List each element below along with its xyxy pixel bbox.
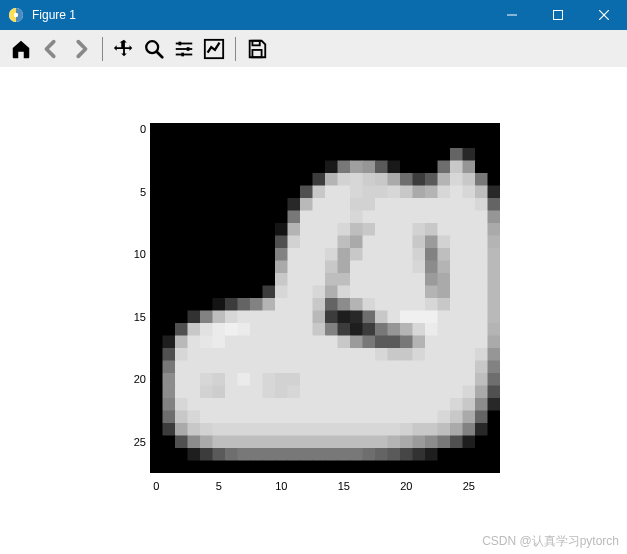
svg-point-1 bbox=[14, 13, 18, 17]
y-axis-ticks: 0510152025 bbox=[118, 118, 146, 478]
y-tick-label: 20 bbox=[134, 373, 146, 385]
chart-line-icon bbox=[203, 38, 225, 60]
y-tick-label: 10 bbox=[134, 248, 146, 260]
minimize-button[interactable] bbox=[489, 0, 535, 30]
x-tick-label: 5 bbox=[216, 480, 222, 492]
forward-button[interactable] bbox=[66, 34, 96, 64]
move-icon bbox=[113, 38, 135, 60]
configure-button[interactable] bbox=[169, 34, 199, 64]
zoom-button[interactable] bbox=[139, 34, 169, 64]
window-title: Figure 1 bbox=[32, 8, 489, 22]
pan-button[interactable] bbox=[109, 34, 139, 64]
watermark: CSDN @认真学习pytorch bbox=[482, 533, 619, 550]
separator bbox=[235, 37, 236, 61]
svg-rect-16 bbox=[252, 49, 261, 56]
svg-rect-11 bbox=[179, 41, 182, 45]
y-tick-label: 15 bbox=[134, 311, 146, 323]
x-tick-label: 25 bbox=[463, 480, 475, 492]
heatmap-plot[interactable] bbox=[150, 123, 500, 473]
svg-rect-13 bbox=[181, 52, 184, 56]
edit-button[interactable] bbox=[199, 34, 229, 64]
sliders-icon bbox=[173, 38, 195, 60]
arrow-right-icon bbox=[70, 38, 92, 60]
x-tick-label: 10 bbox=[275, 480, 287, 492]
arrow-left-icon bbox=[40, 38, 62, 60]
titlebar: Figure 1 bbox=[0, 0, 627, 30]
x-tick-label: 20 bbox=[400, 480, 412, 492]
back-button[interactable] bbox=[36, 34, 66, 64]
y-tick-label: 0 bbox=[140, 123, 146, 135]
home-button[interactable] bbox=[6, 34, 36, 64]
svg-line-7 bbox=[157, 51, 163, 57]
toolbar bbox=[0, 30, 627, 68]
save-button[interactable] bbox=[242, 34, 272, 64]
home-icon bbox=[10, 38, 32, 60]
svg-rect-12 bbox=[187, 47, 190, 51]
x-axis-ticks: 0510152025 bbox=[145, 480, 505, 494]
svg-rect-15 bbox=[252, 40, 259, 45]
x-tick-label: 15 bbox=[338, 480, 350, 492]
figure-area: 0510152025 0510152025 CSDN @认真学习pytorch bbox=[0, 68, 627, 554]
window-controls bbox=[489, 0, 627, 30]
svg-rect-3 bbox=[554, 11, 563, 20]
separator bbox=[102, 37, 103, 61]
maximize-button[interactable] bbox=[535, 0, 581, 30]
zoom-icon bbox=[143, 38, 165, 60]
save-icon bbox=[246, 38, 268, 60]
y-tick-label: 5 bbox=[140, 186, 146, 198]
app-icon bbox=[8, 7, 24, 23]
y-tick-label: 25 bbox=[134, 436, 146, 448]
x-tick-label: 0 bbox=[153, 480, 159, 492]
close-button[interactable] bbox=[581, 0, 627, 30]
